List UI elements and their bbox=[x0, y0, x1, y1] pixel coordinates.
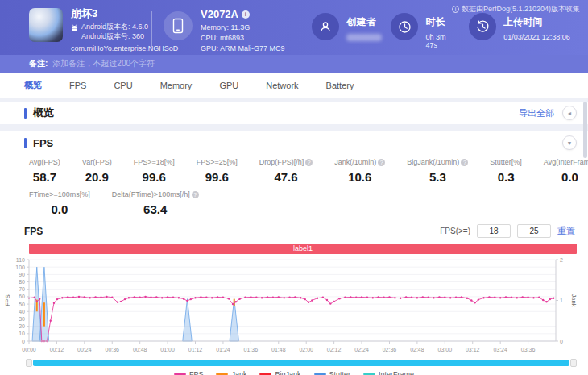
stat-value: 63.4 bbox=[112, 202, 199, 216]
legend-label: FPS bbox=[189, 370, 204, 375]
tab-memory[interactable]: Memory bbox=[160, 81, 193, 90]
svg-text:00:00: 00:00 bbox=[22, 347, 36, 352]
stat-value: 0.0 bbox=[544, 170, 588, 184]
note-placeholder: 添加备注，不超过200个字符 bbox=[52, 58, 155, 69]
svg-text:01:36: 01:36 bbox=[244, 347, 259, 352]
tab-network[interactable]: Network bbox=[266, 81, 298, 90]
device-info-icon[interactable]: i bbox=[242, 10, 250, 19]
data-source-note: i 数据由PerfDog(5.1.210204)版本收集 bbox=[452, 4, 580, 15]
android-icon bbox=[71, 23, 78, 31]
stat-value: 58.7 bbox=[29, 170, 60, 184]
tab-概览[interactable]: 概览 bbox=[24, 79, 42, 91]
legend-item-bigjank[interactable]: BigJank bbox=[259, 370, 300, 375]
page-scrollbar-thumb[interactable] bbox=[583, 102, 587, 158]
stat-label: FPS>=25[%] bbox=[197, 158, 238, 166]
stat-stutter-: Stutter[%]0.3 bbox=[490, 158, 522, 184]
stat-label: Avg(InterFrame) bbox=[544, 158, 588, 166]
tab-cpu[interactable]: CPU bbox=[114, 81, 132, 90]
svg-text:03:24: 03:24 bbox=[493, 347, 507, 352]
svg-text:10: 10 bbox=[19, 331, 25, 336]
header: i 数据由PerfDog(5.1.210204)版本收集 崩坏3 bbox=[0, 0, 588, 55]
legend-label: BigJank bbox=[275, 370, 300, 375]
svg-text:60: 60 bbox=[19, 294, 25, 299]
app-info: 崩坏3 Android版本名: 4.6.0 Android版本号: 360 bbox=[29, 8, 143, 53]
tab-fps[interactable]: FPS bbox=[69, 81, 86, 90]
tab-battery[interactable]: Battery bbox=[326, 81, 354, 90]
page-scrollbar[interactable] bbox=[583, 102, 587, 372]
source-note-text: 数据由PerfDog(5.1.210204)版本收集 bbox=[462, 4, 580, 15]
stat-info-icon[interactable]: ? bbox=[378, 159, 385, 166]
fps-threshold-input-2[interactable] bbox=[517, 224, 551, 238]
stat-value: 20.9 bbox=[82, 170, 112, 184]
note-input[interactable]: 备注: 添加备注，不超过200个字符 bbox=[0, 55, 588, 73]
stat-value: 5.3 bbox=[407, 170, 468, 184]
stat-label: Delta(FTime)>100ms[/h] bbox=[112, 190, 190, 198]
upload-time-info: 上传时间 01/03/2021 12:38:06 bbox=[469, 13, 588, 41]
device-gpu: GPU: ARM Mali-G77 MC9 bbox=[201, 44, 285, 54]
fps-collapse-button[interactable]: ▼ bbox=[562, 135, 577, 150]
stat-info-icon[interactable]: ? bbox=[192, 191, 199, 198]
stat-label: Jank(/10min) bbox=[334, 158, 376, 166]
scrollbar-right-handle[interactable] bbox=[570, 359, 577, 367]
stat-label: FPS>=18[%] bbox=[134, 158, 175, 166]
svg-text:02:48: 02:48 bbox=[410, 347, 424, 352]
device-info: V2072A i Memory: 11.3G CPU: mt6893 GPU: … bbox=[164, 8, 302, 54]
overview-collapse-button[interactable]: ◄ bbox=[562, 106, 577, 120]
legend-item-stutter[interactable]: Stutter bbox=[314, 370, 351, 375]
fps-threshold-input-1[interactable] bbox=[477, 224, 511, 238]
legend-label: Stutter bbox=[329, 370, 351, 375]
stat-bigjank-10min-: BigJank(/10min)?5.3 bbox=[407, 158, 468, 184]
stat-label: FTime>=100ms[%] bbox=[29, 190, 90, 198]
stat-value: 47.6 bbox=[259, 170, 313, 184]
export-all-link[interactable]: 导出全部 bbox=[519, 107, 554, 119]
legend-item-fps[interactable]: FPS bbox=[174, 370, 204, 375]
android-version: Android版本名: 4.6.0 bbox=[81, 22, 148, 31]
stat-label: BigJank(/10min) bbox=[407, 158, 459, 166]
legend-label: InterFrame bbox=[379, 370, 414, 375]
legend-item-jank[interactable]: Jank bbox=[216, 370, 246, 375]
report-tabs: 概览FPSCPUMemoryGPUNetworkBattery bbox=[0, 73, 588, 98]
legend-item-interframe[interactable]: InterFrame bbox=[363, 370, 414, 375]
perfdog-report-page: i 数据由PerfDog(5.1.210204)版本收集 崩坏3 bbox=[0, 0, 588, 375]
svg-text:02:00: 02:00 bbox=[299, 347, 313, 352]
chart-horizontal-scrollbar[interactable] bbox=[26, 359, 577, 367]
svg-text:00:36: 00:36 bbox=[105, 347, 119, 352]
history-clock-icon bbox=[469, 13, 496, 40]
stat-delta-ftime-100ms-h-: Delta(FTime)>100ms[/h]?63.4 bbox=[112, 190, 199, 216]
fps-stats-row-1: Avg(FPS)58.7Var(FPS)20.9FPS>=18[%]99.6FP… bbox=[0, 158, 588, 184]
stat-avg-fps-: Avg(FPS)58.7 bbox=[29, 158, 60, 184]
stat-label: Var(FPS) bbox=[82, 158, 112, 166]
header-divider bbox=[151, 11, 152, 47]
svg-text:03:36: 03:36 bbox=[521, 347, 536, 352]
stat-value: 0.3 bbox=[490, 170, 522, 184]
scrollbar-left-handle[interactable] bbox=[26, 359, 32, 367]
svg-text:0: 0 bbox=[560, 339, 563, 344]
user-icon bbox=[312, 13, 339, 40]
stat-label: Drop(FPS)[/h] bbox=[259, 158, 304, 166]
svg-text:2: 2 bbox=[560, 257, 563, 263]
duration-value: 0h 3m 47s bbox=[425, 33, 459, 49]
device-memory: Memory: 11.3G bbox=[201, 23, 285, 33]
chart-label1-annotation: label1 bbox=[29, 244, 577, 254]
fps-chart-title: FPS bbox=[24, 226, 43, 237]
tab-gpu[interactable]: GPU bbox=[219, 81, 238, 90]
svg-text:30: 30 bbox=[19, 316, 25, 322]
fps-chart: 010203040506070809010011001200:0000:1200… bbox=[3, 256, 588, 357]
stat-info-icon[interactable]: ? bbox=[461, 159, 468, 166]
fps-section-title: FPS bbox=[24, 137, 53, 149]
svg-text:01:12: 01:12 bbox=[188, 347, 203, 352]
upload-time-value: 01/03/2021 12:38:06 bbox=[503, 33, 570, 41]
scrollbar-thumb[interactable] bbox=[33, 360, 569, 366]
svg-text:02:12: 02:12 bbox=[327, 347, 342, 352]
stat-label: Stutter[%] bbox=[490, 158, 522, 166]
reset-button[interactable]: 重置 bbox=[557, 225, 575, 237]
svg-text:03:12: 03:12 bbox=[466, 347, 480, 352]
app-icon bbox=[29, 8, 63, 42]
stat-jank-10min-: Jank(/10min)?10.6 bbox=[334, 158, 385, 184]
svg-text:70: 70 bbox=[19, 286, 25, 292]
stat-avg-interframe-: Avg(InterFrame)0.0 bbox=[544, 158, 588, 184]
svg-text:FPS: FPS bbox=[4, 294, 11, 306]
stat-info-icon[interactable]: ? bbox=[305, 159, 313, 166]
svg-text:03:00: 03:00 bbox=[438, 347, 453, 352]
stat-fps-18-: FPS>=18[%]99.6 bbox=[134, 158, 175, 184]
